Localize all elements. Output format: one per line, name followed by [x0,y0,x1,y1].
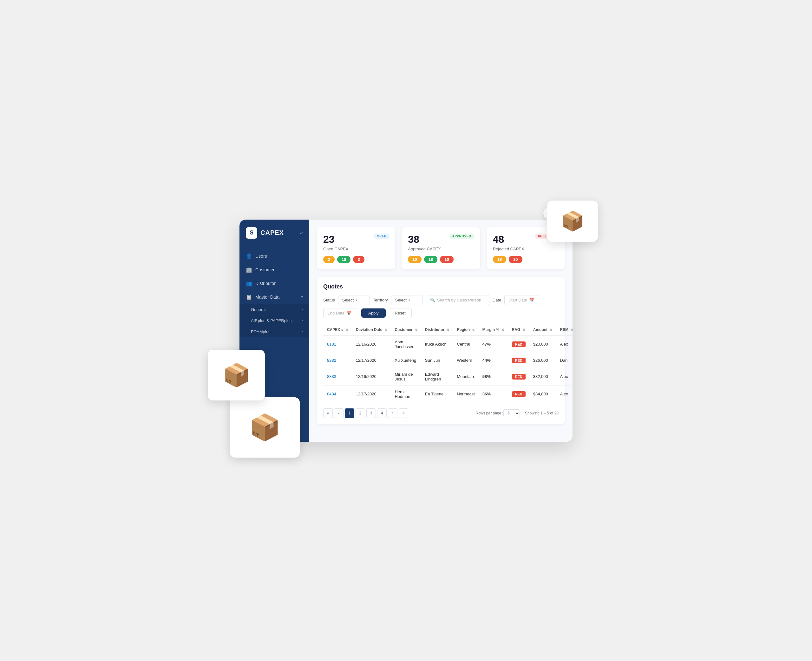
cell-customer-1: Xu Xuefeng [391,353,421,368]
cell-region-0: Central [453,335,478,353]
territory-select[interactable]: Select ▾ [391,295,423,305]
calendar-start-icon: 📅 [529,298,534,302]
stat-header-open: 23 OPEN [323,233,389,245]
col-distributor[interactable]: Distributor ⇅ [421,324,453,335]
foamplus-expand-icon: › [302,329,303,334]
general-expand-icon: › [302,307,303,311]
page-next-button[interactable]: › [388,409,397,418]
cell-distributor-0: Iruka Akuchi [421,335,453,353]
end-date-input[interactable]: End Date 📅 [323,308,358,318]
filter-bar: Status Select ▾ Territory Select ▾ 🔍 Sea… [323,295,559,318]
sidebar-item-master-data-label: Master Data [255,294,279,300]
sidebar-subitem-airplus-label: AIRplus & PAPERplus [251,318,291,323]
rag-badge-0: RED [512,342,525,347]
cell-capex-3: 8484 [323,385,352,403]
page-1-button[interactable]: 1 [345,409,354,418]
page-2-button[interactable]: 2 [355,409,365,418]
col-rsm[interactable]: RSM ⇅ [556,324,573,335]
capex-link-2[interactable]: 8383 [327,374,336,379]
col-amount[interactable]: Amount ⇅ [529,324,556,335]
cell-distributor-3: Ea Tipene [421,385,453,403]
sidebar-subitem-general[interactable]: General › [239,304,309,315]
stat-header-approved: 38 APPROVED [408,233,474,245]
cell-rag-0: RED [508,335,529,353]
rows-per-page-area: Rows per page : 5 10 20 Showing 1 – 5 of… [476,409,559,417]
sales-person-search[interactable]: 🔍 Search by Sales Person [426,295,489,305]
sort-date-icon: ⇅ [384,328,387,332]
cell-amount-2: $32,000 [529,368,556,385]
search-icon: 🔍 [430,298,435,302]
col-customer[interactable]: Customer ⇅ [391,324,421,335]
capex-link-1[interactable]: 8282 [327,358,336,363]
status-select[interactable]: Select ▾ [338,295,370,305]
sidebar-item-customer[interactable]: 🏢 Customer [239,263,309,277]
rows-per-page-select[interactable]: 5 10 20 [503,409,520,417]
quotes-title: Quotes [323,283,559,290]
table-body: 8181 12/16/2020 Aryn Jacobssen Iruka Aku… [323,335,573,403]
master-data-icon: 📋 [246,294,252,300]
cell-capex-2: 8383 [323,368,352,385]
stat-badge-open: OPEN [374,233,389,239]
start-date-input[interactable]: Start Date 📅 [504,295,539,305]
cell-distributor-1: Sun Jun [421,353,453,368]
cell-date-3: 12/17/2020 [352,385,391,403]
table-row: 8383 12/16/2020 Miriam de Jesús Edward L… [323,368,573,385]
col-deviation-date[interactable]: Deviation Date ⇅ [352,324,391,335]
cell-margin-0: 47% [479,335,508,353]
cell-region-2: Mountain [453,368,478,385]
sidebar-item-users[interactable]: 👤 Users [239,249,309,263]
stat-pill-approved-0: 10 [408,256,421,263]
stat-label-approved: Approved CAPEX [408,247,474,251]
cell-amount-0: $20,000 [529,335,556,353]
capex-link-0[interactable]: 8181 [327,342,336,346]
main-content: 23 OPEN Open CAPEX 2 18 3 38 APPROVED [309,220,573,442]
apply-button[interactable]: Apply [361,308,386,318]
sort-rag-icon: ⇅ [523,328,525,332]
cell-capex-0: 8181 [323,335,352,353]
date-filter-label: Date [493,298,501,302]
stat-pill-rejected-0: 18 [493,256,506,263]
table-header: CAPEX # ⇅ Deviation Date ⇅ Customer ⇅ [323,324,573,335]
page-4-button[interactable]: 4 [377,409,387,418]
stat-pill-open-2: 3 [353,256,365,263]
stat-card-open: 23 OPEN Open CAPEX 2 18 3 [317,227,395,270]
rag-badge-1: RED [512,358,525,363]
deco-box-bottom-left-1: 📦 [208,350,265,401]
sidebar-item-master-data[interactable]: 📋 Master Data ▾ [239,291,309,304]
sidebar-item-customer-label: Customer [255,267,275,272]
sidebar-submenu: General › AIRplus & PAPERplus › FOAMplus… [239,304,309,337]
logo-text: CAPEX [260,229,284,236]
cell-customer-0: Aryn Jacobssen [391,335,421,353]
col-rag[interactable]: RAG ⇅ [508,324,529,335]
page-first-button[interactable]: « [323,409,333,418]
cell-amount-3: $34,000 [529,385,556,403]
sidebar-subitem-foamplus[interactable]: FOAMplus › [239,326,309,337]
capex-link-3[interactable]: 8484 [327,391,336,396]
distributor-icon: 👥 [246,281,252,287]
pagination-controls: « ‹ 1 2 3 4 › » [323,409,408,418]
table-row: 8181 12/16/2020 Aryn Jacobssen Iruka Aku… [323,335,573,353]
col-region[interactable]: Region ⇅ [453,324,478,335]
stat-pills-rejected: 18 30 [493,256,559,263]
cell-region-3: Northeast [453,385,478,403]
cell-margin-2: 58% [479,368,508,385]
sort-customer-icon: ⇅ [415,328,417,332]
cell-date-0: 12/16/2020 [352,335,391,353]
page-prev-button[interactable]: ‹ [334,409,344,418]
sidebar-collapse-button[interactable]: « [300,230,303,236]
sidebar-item-distributor-label: Distributor [255,281,275,286]
col-margin[interactable]: Margin % ⇅ [479,324,508,335]
rows-per-page-label: Rows per page : [476,411,503,415]
status-select-value: Select [342,298,353,302]
territory-select-value: Select [395,298,407,302]
col-capex[interactable]: CAPEX # ⇅ [323,324,352,335]
sort-distributor-icon: ⇅ [447,328,449,332]
reset-button[interactable]: Reset [389,308,412,318]
sidebar-item-distributor[interactable]: 👥 Distributor [239,277,309,291]
sidebar-subitem-airplus[interactable]: AIRplus & PAPERplus › [239,315,309,326]
page-3-button[interactable]: 3 [366,409,376,418]
cell-customer-2: Miriam de Jesús [391,368,421,385]
page-last-button[interactable]: » [399,409,408,418]
cell-rsm-2: Alex [556,368,573,385]
cell-distributor-2: Edward Lindgren [421,368,453,385]
